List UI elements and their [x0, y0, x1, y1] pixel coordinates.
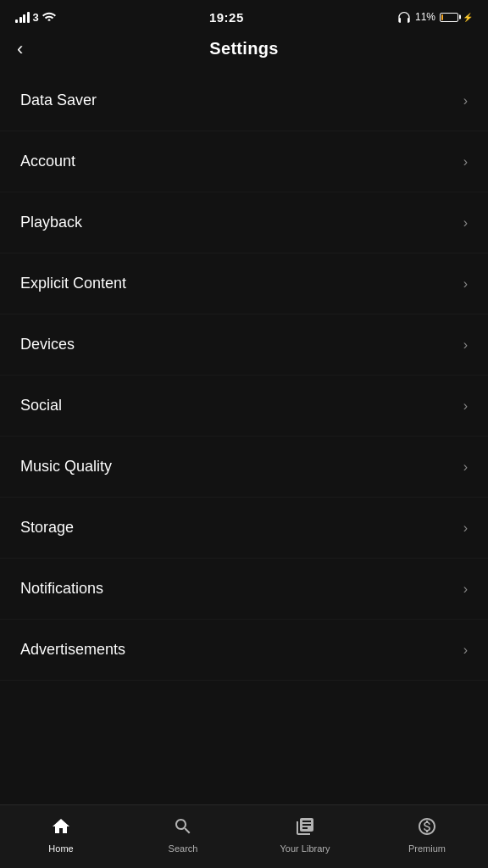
chevron-right-icon: ›: [463, 398, 468, 414]
status-left: 3: [15, 11, 56, 24]
settings-item-label: Storage: [20, 519, 74, 537]
wifi-icon: [42, 12, 56, 22]
settings-item-label: Account: [20, 153, 75, 170]
search-icon: [173, 816, 193, 840]
status-right: 11% ⚡: [397, 11, 473, 23]
battery-icon: [440, 13, 458, 22]
settings-item[interactable]: Notifications ›: [0, 559, 488, 620]
settings-item[interactable]: Music Quality ›: [0, 437, 488, 498]
settings-item[interactable]: Account ›: [0, 131, 488, 192]
nav-premium[interactable]: Premium: [366, 805, 488, 868]
settings-item-label: Devices: [20, 336, 75, 353]
settings-item[interactable]: Playback ›: [0, 192, 488, 253]
nav-search-label: Search: [169, 843, 198, 854]
settings-item-label: Playback: [20, 214, 82, 231]
chevron-right-icon: ›: [463, 643, 468, 658]
status-time: 19:25: [209, 10, 244, 25]
nav-home-label: Home: [48, 843, 73, 854]
nav-library-label: Your Library: [280, 843, 330, 854]
network-type: 3: [33, 11, 39, 24]
chevron-right-icon: ›: [463, 215, 468, 231]
battery-percent: 11%: [415, 11, 435, 23]
page-title: Settings: [209, 39, 278, 58]
chevron-right-icon: ›: [463, 337, 468, 353]
nav-search[interactable]: Search: [122, 805, 244, 868]
chevron-right-icon: ›: [463, 520, 468, 536]
nav-premium-label: Premium: [408, 843, 446, 854]
settings-item[interactable]: Explicit Content ›: [0, 253, 488, 314]
settings-list: Data Saver › Account › Playback › Explic…: [0, 70, 488, 681]
settings-item-label: Advertisements: [20, 641, 125, 659]
settings-item-label: Music Quality: [20, 458, 112, 476]
settings-item-label: Social: [20, 397, 62, 415]
settings-item-label: Notifications: [20, 580, 103, 598]
chevron-right-icon: ›: [463, 276, 468, 292]
settings-item[interactable]: Devices ›: [0, 314, 488, 376]
chevron-right-icon: ›: [463, 581, 468, 597]
nav-library[interactable]: Your Library: [244, 805, 366, 868]
settings-item[interactable]: Advertisements ›: [0, 620, 488, 681]
settings-item[interactable]: Data Saver ›: [0, 70, 488, 131]
library-icon: [295, 816, 315, 840]
headphone-icon: [397, 11, 411, 23]
settings-item-label: Explicit Content: [20, 275, 126, 292]
chevron-right-icon: ›: [463, 93, 468, 108]
premium-icon: [417, 816, 437, 840]
settings-item[interactable]: Social ›: [0, 376, 488, 437]
chevron-right-icon: ›: [463, 459, 468, 475]
settings-item[interactable]: Storage ›: [0, 498, 488, 559]
settings-item-label: Data Saver: [20, 92, 97, 109]
signal-icon: [15, 12, 30, 23]
status-bar: 3 19:25 11% ⚡: [0, 0, 488, 31]
chevron-right-icon: ›: [463, 154, 468, 170]
bottom-nav: Home Search Your Library Premium: [0, 804, 488, 868]
back-button[interactable]: ‹: [17, 40, 23, 58]
nav-home[interactable]: Home: [0, 805, 122, 868]
charging-icon: ⚡: [463, 13, 473, 22]
header: ‹ Settings: [0, 31, 488, 70]
home-icon: [51, 816, 71, 840]
